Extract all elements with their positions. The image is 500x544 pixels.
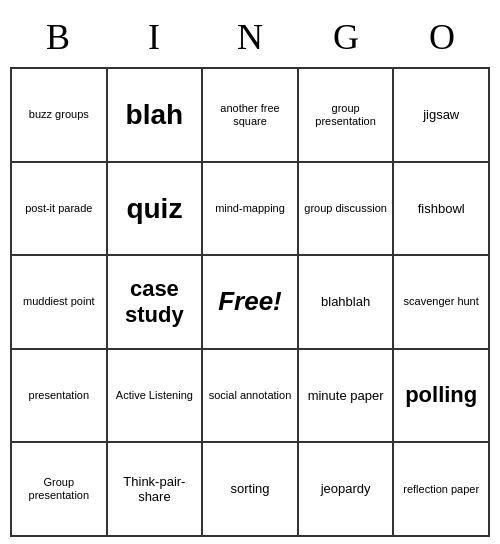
bingo-cell[interactable]: sorting: [203, 443, 299, 537]
bingo-header: B I N G O: [10, 7, 490, 67]
bingo-cell[interactable]: group presentation: [299, 69, 395, 163]
header-n: N: [202, 7, 298, 67]
bingo-cell[interactable]: scavenger hunt: [394, 256, 490, 350]
bingo-cell[interactable]: social annotation: [203, 350, 299, 444]
bingo-cell[interactable]: post-it parade: [12, 163, 108, 257]
bingo-cell[interactable]: Think-pair-share: [108, 443, 204, 537]
bingo-cell[interactable]: blahblah: [299, 256, 395, 350]
bingo-cell[interactable]: Free!: [203, 256, 299, 350]
bingo-cell[interactable]: presentation: [12, 350, 108, 444]
bingo-cell[interactable]: buzz groups: [12, 69, 108, 163]
bingo-cell[interactable]: fishbowl: [394, 163, 490, 257]
bingo-cell[interactable]: jigsaw: [394, 69, 490, 163]
bingo-cell[interactable]: Active Listening: [108, 350, 204, 444]
bingo-card: B I N G O buzz groupsblahanother free sq…: [10, 7, 490, 537]
bingo-cell[interactable]: case study: [108, 256, 204, 350]
bingo-cell[interactable]: polling: [394, 350, 490, 444]
bingo-cell[interactable]: jeopardy: [299, 443, 395, 537]
bingo-cell[interactable]: muddiest point: [12, 256, 108, 350]
bingo-cell[interactable]: Group presentation: [12, 443, 108, 537]
bingo-cell[interactable]: blah: [108, 69, 204, 163]
bingo-cell[interactable]: group discussion: [299, 163, 395, 257]
bingo-cell[interactable]: mind-mapping: [203, 163, 299, 257]
bingo-cell[interactable]: reflection paper: [394, 443, 490, 537]
header-g: G: [298, 7, 394, 67]
header-b: B: [10, 7, 106, 67]
bingo-cell[interactable]: minute paper: [299, 350, 395, 444]
bingo-cell[interactable]: quiz: [108, 163, 204, 257]
bingo-cell[interactable]: another free square: [203, 69, 299, 163]
header-i: I: [106, 7, 202, 67]
header-o: O: [394, 7, 490, 67]
bingo-grid: buzz groupsblahanother free squaregroup …: [10, 67, 490, 537]
